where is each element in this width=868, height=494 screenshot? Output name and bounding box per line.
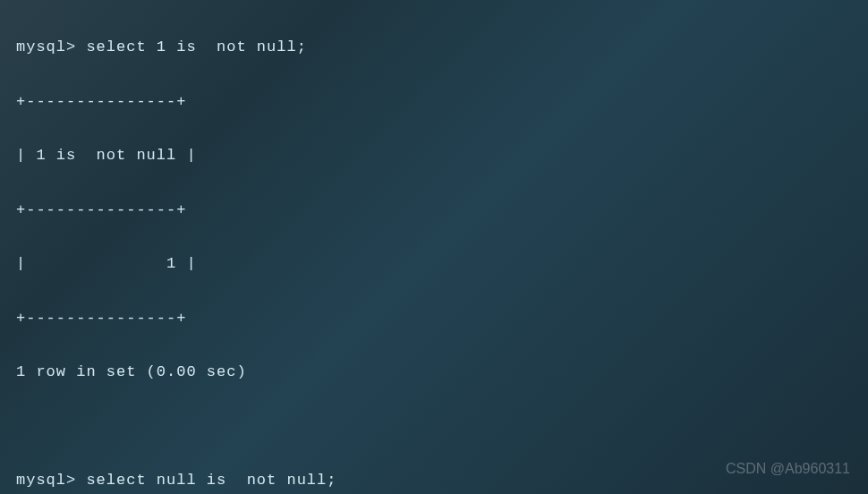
query1-border-mid: +---------------+ [16,197,852,224]
watermark-text: CSDN @Ab960311 [726,456,850,481]
query1-value: | 1 | [16,251,852,277]
query1-border-top: +---------------+ [16,89,852,115]
query1-command: select 1 is not null; [86,38,306,55]
blank-line [16,413,852,440]
mysql-prompt: mysql> [16,472,76,489]
mysql-prompt: mysql> [16,38,76,55]
query1-command-line: mysql> select 1 is not null; [16,34,852,61]
terminal-output: mysql> select 1 is not null; +----------… [16,7,852,494]
query1-header: | 1 is not null | [16,142,852,169]
query1-status: 1 row in set (0.00 sec) [16,359,852,386]
query2-command: select null is not null; [86,472,336,489]
query1-border-bot: +---------------+ [16,305,852,332]
